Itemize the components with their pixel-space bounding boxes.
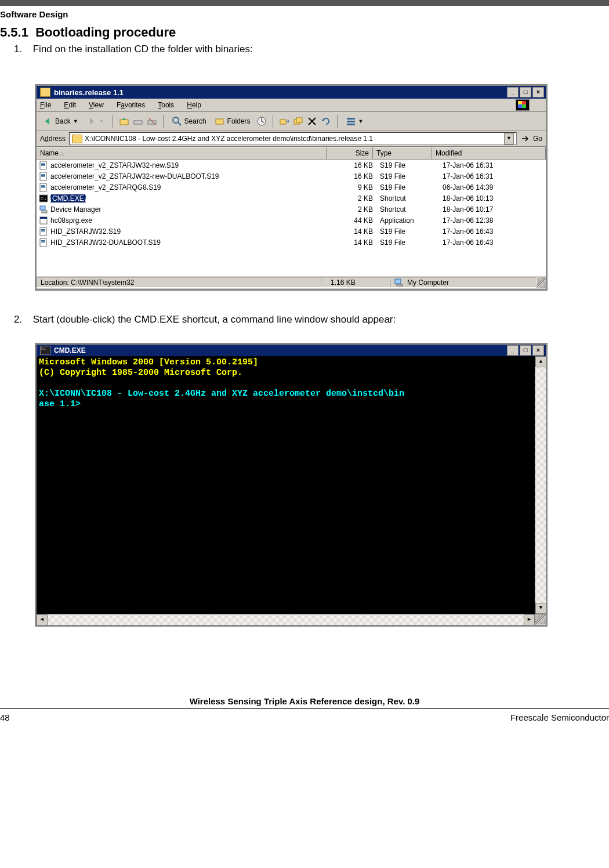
scroll-down-icon[interactable]: ▼ (535, 603, 546, 614)
scroll-right-icon[interactable]: ► (524, 614, 535, 625)
company-name: Freescale Semiconductor (510, 713, 609, 722)
column-header-modified[interactable]: Modified (432, 147, 546, 159)
menu-help[interactable]: Help (187, 101, 201, 109)
forward-arrow-icon (86, 116, 97, 126)
svg-rect-28 (41, 186, 45, 187)
address-input[interactable]: X:\ICONN\IC108 - Low-cost 2.4GHz and XYZ… (69, 132, 517, 145)
file-modified: 18-Jan-06 10:13 (439, 194, 546, 202)
column-header-row: Name △ Size Type Modified (37, 147, 546, 160)
file-icon (39, 205, 48, 214)
go-button[interactable]: Go (520, 133, 542, 144)
folder-icon (72, 135, 82, 143)
svg-rect-29 (41, 187, 45, 188)
minimize-button[interactable]: _ (507, 345, 519, 356)
folder-icon (40, 88, 50, 97)
file-modified: 17-Jan-06 16:43 (439, 238, 546, 247)
file-row[interactable]: accelerometer_v2_ZSTARJW32-new.S1916 KBS… (37, 160, 546, 171)
menu-favorites[interactable]: Favorites (117, 101, 145, 109)
scroll-up-icon[interactable]: ▲ (535, 356, 546, 367)
map-drive-icon[interactable] (133, 116, 143, 126)
svg-rect-24 (41, 175, 45, 176)
svg-rect-39 (41, 232, 45, 232)
column-header-size[interactable]: Size (327, 147, 373, 159)
svg-rect-1 (134, 121, 142, 124)
computer-icon (394, 279, 404, 287)
file-row[interactable]: C:\CMD.EXE2 KBShortcut18-Jan-06 10:13 (37, 193, 546, 204)
scroll-track[interactable] (535, 367, 546, 603)
vertical-scrollbar[interactable]: ▲ ▼ (535, 356, 546, 614)
file-row[interactable]: HID_ZSTARJW32.S1914 KBS19 File17-Jan-06 … (37, 226, 546, 237)
file-icon (39, 238, 48, 247)
undo-icon[interactable] (321, 116, 331, 126)
svg-rect-16 (347, 121, 355, 122)
file-type: S19 File (376, 183, 439, 191)
back-button[interactable]: Back ▼ (40, 115, 81, 128)
copy-to-icon[interactable] (293, 116, 303, 126)
step-1: 1. Find on the installation CD the folde… (14, 44, 609, 55)
resize-grip-icon[interactable] (535, 614, 546, 624)
forward-button[interactable]: ▼ (84, 115, 107, 128)
column-header-type[interactable]: Type (373, 147, 432, 159)
console-window: CMD.EXE _ □ × Microsoft Windows 2000 [Ve… (35, 343, 548, 627)
file-row[interactable]: accelerometer_v2_ZSTARJW32-new-DUALBOOT.… (37, 171, 546, 182)
delete-icon[interactable] (307, 116, 317, 126)
step-1-text: Find on the installation CD the folder w… (33, 44, 253, 55)
file-name: HID_ZSTARJW32-DUALBOOT.S19 (50, 238, 327, 247)
scroll-track[interactable] (48, 614, 524, 625)
menu-edit[interactable]: Edit (64, 101, 76, 109)
step-2-number: 2. (14, 314, 30, 326)
scroll-left-icon[interactable]: ◄ (37, 614, 48, 625)
views-button[interactable]: ▼ (343, 115, 366, 128)
search-icon (172, 116, 182, 126)
horizontal-scrollbar[interactable]: ◄ ► (37, 614, 546, 625)
resize-grip-icon[interactable] (536, 277, 546, 288)
chevron-down-icon: ▼ (358, 118, 364, 124)
svg-rect-43 (41, 243, 45, 243)
file-list[interactable]: accelerometer_v2_ZSTARJW32-new.S1916 KBS… (37, 160, 546, 276)
step-2-text: Start (double-click) the CMD.EXE shortcu… (33, 314, 396, 325)
file-row[interactable]: hc08sprg.exe44 KBApplication17-Jan-06 12… (37, 215, 546, 226)
close-button[interactable]: × (532, 87, 544, 97)
file-modified: 06-Jan-06 14:39 (439, 183, 546, 191)
svg-rect-38 (41, 230, 45, 231)
up-folder-icon[interactable] (119, 116, 129, 126)
file-name: CMD.EXE (50, 194, 327, 202)
explorer-toolbar: Back ▼ ▼ Search Folders (37, 112, 546, 131)
svg-rect-42 (41, 241, 45, 242)
file-modified: 17-Jan-06 16:31 (439, 172, 546, 180)
history-icon[interactable] (256, 116, 267, 126)
explorer-titlebar[interactable]: binaries.release 1.1 _ □ × (37, 86, 546, 99)
console-title: CMD.EXE (54, 346, 507, 355)
search-button[interactable]: Search (169, 115, 209, 128)
file-name: hc08sprg.exe (50, 216, 327, 225)
file-row[interactable]: accelerometer_v2_ZSTARQG8.S199 KBS19 Fil… (37, 182, 546, 193)
folders-label: Folders (227, 117, 251, 125)
menu-file[interactable]: File (40, 101, 51, 109)
file-row[interactable]: Device Manager2 KBShortcut18-Jan-06 10:1… (37, 204, 546, 215)
status-size: 1.16 KB (327, 277, 390, 288)
address-dropdown-icon[interactable]: ▼ (504, 133, 514, 144)
file-type: Application (376, 216, 439, 225)
move-to-icon[interactable] (279, 116, 289, 126)
column-header-name[interactable]: Name △ (37, 147, 327, 159)
maximize-button[interactable]: □ (520, 345, 531, 356)
svg-rect-23 (41, 174, 45, 175)
file-row[interactable]: HID_ZSTARJW32-DUALBOOT.S1914 KBS19 File1… (37, 237, 546, 248)
menu-view[interactable]: View (89, 101, 104, 109)
console-output[interactable]: Microsoft Windows 2000 [Version 5.00.219… (37, 356, 535, 614)
svg-rect-0 (120, 120, 128, 125)
console-titlebar[interactable]: CMD.EXE _ □ × (37, 345, 546, 356)
file-size: 16 KB (327, 172, 376, 180)
disconnect-drive-icon[interactable] (147, 116, 157, 126)
menu-tools[interactable]: Tools (158, 101, 174, 109)
file-icon: C:\ (39, 194, 48, 203)
svg-rect-27 (41, 185, 45, 186)
go-icon (520, 133, 531, 144)
svg-rect-19 (41, 163, 45, 164)
minimize-button[interactable]: _ (507, 87, 519, 97)
folders-button[interactable]: Folders (212, 115, 253, 128)
address-value: X:\ICONN\IC108 - Low-cost 2.4GHz and XYZ… (85, 135, 373, 143)
close-button[interactable]: × (532, 345, 544, 356)
maximize-button[interactable]: □ (520, 87, 531, 97)
back-arrow-icon (42, 116, 53, 126)
